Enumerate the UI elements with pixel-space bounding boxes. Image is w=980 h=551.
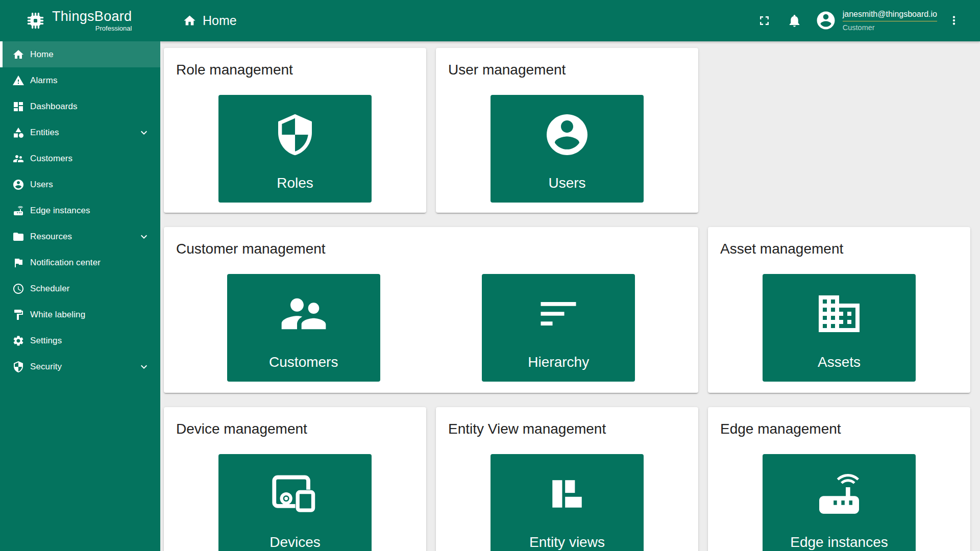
tile-label: Assets <box>818 354 861 370</box>
tile-label: Devices <box>270 534 321 550</box>
sidebar-item-customers[interactable]: Customers <box>0 145 160 171</box>
tile-label: Entity views <box>529 534 605 550</box>
brand-edition: Professional <box>95 24 132 32</box>
shield-icon <box>12 361 24 373</box>
home-dashboard: Role management Roles User management <box>160 41 980 551</box>
sidebar-item-label: White labeling <box>30 310 85 320</box>
chevron-down-icon[interactable] <box>138 361 150 373</box>
tile-label: Users <box>548 175 585 191</box>
breadcrumb: Home <box>183 13 237 28</box>
card-role-management: Role management Roles <box>164 48 426 213</box>
tile-row: Edge instances <box>720 454 958 551</box>
card-edge-management: Edge management Edge instances <box>708 407 970 551</box>
sidebar-item-label: Users <box>30 180 53 190</box>
chevron-down-icon[interactable] <box>138 127 150 139</box>
thingsboard-logo-icon <box>23 9 47 33</box>
user-email: janesmith@thingsboard.io <box>843 10 937 21</box>
more-vert-icon <box>947 14 961 27</box>
sidebar-item-label: Security <box>30 362 62 372</box>
card-asset-management: Asset management Assets <box>708 227 970 393</box>
sidebar-item-resources[interactable]: Resources <box>0 223 160 249</box>
card-user-management: User management Users <box>436 48 698 213</box>
sidebar-item-label: Entities <box>30 128 59 138</box>
dashboard-icon <box>12 101 24 113</box>
sidebar-item-label: Home <box>30 49 54 60</box>
notifications-button[interactable] <box>787 13 802 28</box>
account-circle-icon <box>12 179 24 191</box>
building-icon <box>815 274 864 354</box>
shield-half-icon <box>273 95 317 175</box>
logo[interactable]: ThingsBoard Professional <box>0 0 160 41</box>
card-grid: Role management Roles User management <box>164 48 980 551</box>
card-title: Asset management <box>720 240 958 258</box>
fullscreen-icon <box>757 13 772 28</box>
tile-roles[interactable]: Roles <box>218 95 372 203</box>
card-entity-view-management: Entity View management Entity views <box>436 407 698 551</box>
chevron-down-icon[interactable] <box>138 231 150 243</box>
sidebar-item-settings[interactable]: Settings <box>0 328 160 354</box>
tile-row: Customers Hierarchy <box>176 274 686 382</box>
sidebar-item-security[interactable]: Security <box>0 354 160 380</box>
sidebar-menu: Home Alarms Dashboards Entities Customer… <box>0 41 160 380</box>
tile-customers[interactable]: Customers <box>227 274 380 382</box>
top-toolbar: Home janesmith@thingsboard.io Customer <box>160 0 980 41</box>
warning-icon <box>12 74 24 87</box>
sidebar-item-entities[interactable]: Entities <box>0 119 160 145</box>
fullscreen-button[interactable] <box>757 13 772 28</box>
tile-label: Roles <box>277 175 313 191</box>
tile-label: Edge instances <box>790 534 888 550</box>
card-title: Device management <box>176 420 414 438</box>
sidebar-item-home[interactable]: Home <box>0 41 160 67</box>
clock-icon <box>12 283 24 295</box>
category-icon <box>12 127 24 139</box>
tile-label: Customers <box>269 354 338 370</box>
sidebar-item-users[interactable]: Users <box>0 171 160 197</box>
sidebar-item-alarms[interactable]: Alarms <box>0 67 160 93</box>
tile-edge-instances[interactable]: Edge instances <box>763 454 916 551</box>
sidebar-item-edge-instances[interactable]: Edge instances <box>0 197 160 223</box>
card-title: Edge management <box>720 420 958 438</box>
people-icon <box>12 153 24 165</box>
tile-assets[interactable]: Assets <box>763 274 916 382</box>
sidebar-item-notification-center[interactable]: Notification center <box>0 249 160 276</box>
tile-row: Entity views <box>448 454 686 551</box>
toolbar-actions: janesmith@thingsboard.io Customer <box>757 10 961 32</box>
sidebar-item-scheduler[interactable]: Scheduler <box>0 276 160 302</box>
tile-row: Devices <box>176 454 414 551</box>
gear-icon <box>12 335 24 347</box>
card-title: Customer management <box>176 240 686 258</box>
router-icon <box>12 205 24 217</box>
tile-row: Roles <box>176 95 414 203</box>
sidebar-item-white-labeling[interactable]: White labeling <box>0 302 160 328</box>
bell-icon <box>787 13 802 28</box>
sidebar-item-label: Settings <box>30 336 62 346</box>
sidebar: ThingsBoard Professional Home Alarms Das… <box>0 0 160 551</box>
page-title: Home <box>203 13 237 28</box>
avatar[interactable] <box>815 10 837 31</box>
tile-hierarchy[interactable]: Hierarchy <box>482 274 635 382</box>
sidebar-item-label: Resources <box>30 232 72 242</box>
home-icon <box>183 14 197 28</box>
tile-entity-views[interactable]: Entity views <box>491 454 644 551</box>
user-menu-button[interactable] <box>947 14 961 27</box>
sidebar-item-dashboards[interactable]: Dashboards <box>0 93 160 119</box>
card-device-management: Device management Devices <box>164 407 426 551</box>
sidebar-item-label: Alarms <box>30 76 58 86</box>
user-role: Customer <box>843 23 937 32</box>
sort-lines-icon <box>535 274 582 354</box>
tile-row: Assets <box>720 274 958 382</box>
user-info[interactable]: janesmith@thingsboard.io Customer <box>843 10 937 32</box>
devices-icon <box>268 454 322 534</box>
brand-name: ThingsBoard <box>52 9 132 24</box>
card-title: Role management <box>176 61 414 79</box>
sidebar-item-label: Scheduler <box>30 284 69 294</box>
view-quilt-icon <box>544 454 591 534</box>
card-title: User management <box>448 61 686 79</box>
tile-devices[interactable]: Devices <box>218 454 372 551</box>
tile-users[interactable]: Users <box>491 95 644 203</box>
tile-row: Users <box>448 95 686 203</box>
folder-icon <box>12 231 24 243</box>
sidebar-item-label: Notification center <box>30 258 101 268</box>
card-customer-management: Customer management Customers Hierarchy <box>164 227 698 393</box>
brand-block: ThingsBoard Professional <box>52 9 132 33</box>
